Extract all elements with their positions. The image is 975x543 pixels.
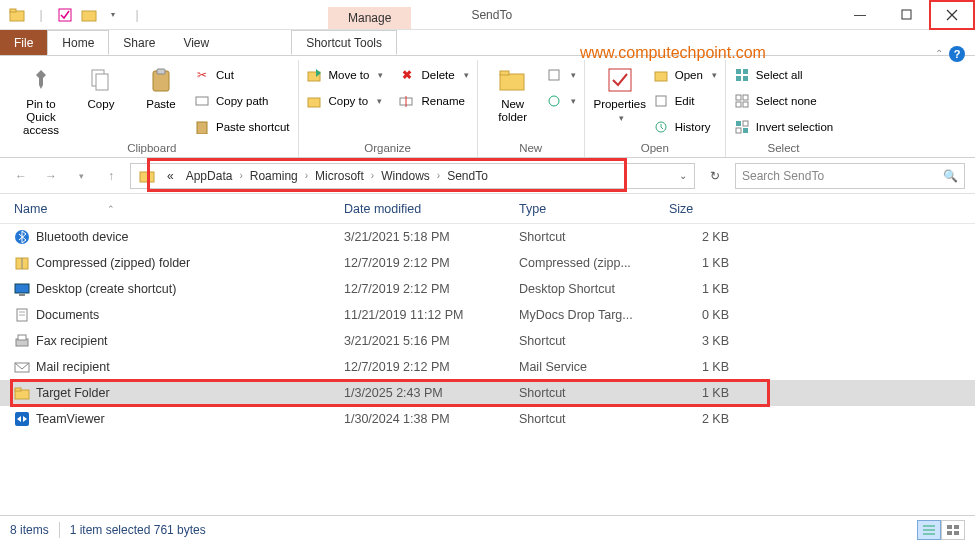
svg-rect-30 <box>743 102 748 107</box>
copy-icon <box>85 64 117 96</box>
paste-shortcut-button[interactable]: Paste shortcut <box>194 116 290 138</box>
tab-shortcut-tools[interactable]: Shortcut Tools <box>291 30 397 55</box>
cut-button[interactable]: ✂Cut <box>194 64 290 86</box>
quick-access-toolbar: | ▾ | <box>0 4 148 26</box>
file-date: 3/21/2021 5:18 PM <box>344 230 519 244</box>
status-item-count: 8 items <box>10 523 49 537</box>
file-size: 1 KB <box>669 360 769 374</box>
file-size: 2 KB <box>669 230 769 244</box>
open-icon <box>653 67 669 83</box>
file-row[interactable]: TeamViewer1/30/2024 1:38 PMShortcut2 KB <box>0 406 975 432</box>
file-type: Shortcut <box>519 230 669 244</box>
svg-rect-53 <box>947 525 952 529</box>
svg-rect-2 <box>59 9 71 21</box>
breadcrumb-roaming[interactable]: Roaming <box>244 164 304 188</box>
svg-rect-54 <box>954 525 959 529</box>
copy-path-button[interactable]: Copy path <box>194 90 290 112</box>
open-button[interactable]: Open▾ <box>653 64 717 86</box>
file-name: Fax recipient <box>36 334 108 348</box>
delete-button[interactable]: ✖Delete▾ <box>399 64 468 86</box>
column-type[interactable]: Type <box>519 202 669 216</box>
status-selection: 1 item selected 761 bytes <box>70 523 206 537</box>
invert-selection-button[interactable]: Invert selection <box>734 116 833 138</box>
svg-rect-20 <box>655 72 667 81</box>
pin-to-quick-access-button[interactable]: Pin to Quick access <box>14 60 68 138</box>
pin-icon <box>25 64 57 96</box>
address-dropdown[interactable]: ⌄ <box>674 170 692 181</box>
svg-rect-17 <box>549 70 559 80</box>
select-all-icon <box>734 67 750 83</box>
minimize-button[interactable]: — <box>837 0 883 30</box>
copy-to-button[interactable]: Copy to▾ <box>307 90 384 112</box>
properties-qat-icon[interactable] <box>54 4 76 26</box>
file-row[interactable]: Compressed (zipped) folder12/7/2019 2:12… <box>0 250 975 276</box>
breadcrumb-windows[interactable]: Windows <box>375 164 436 188</box>
forward-button[interactable]: → <box>40 165 62 187</box>
easy-access-button[interactable]: ▾ <box>546 90 576 112</box>
refresh-button[interactable]: ↻ <box>703 164 727 188</box>
tab-share[interactable]: Share <box>109 30 169 55</box>
ribbon-tabs: File Home Share View Shortcut Tools <box>0 30 975 56</box>
breadcrumb-appdata[interactable]: AppData <box>180 164 239 188</box>
paste-button[interactable]: Paste <box>134 60 188 111</box>
address-bar[interactable]: « AppData› Roaming› Microsoft› Windows› … <box>130 163 695 189</box>
file-name: Target Folder <box>36 386 110 400</box>
contextual-tab-group: Manage <box>328 0 411 29</box>
search-input[interactable]: Search SendTo 🔍 <box>735 163 965 189</box>
breadcrumb-sendto[interactable]: SendTo <box>441 164 494 188</box>
file-row[interactable]: Fax recipient3/21/2021 5:16 PMShortcut3 … <box>0 328 975 354</box>
copy-button[interactable]: Copy <box>74 60 128 111</box>
select-none-button[interactable]: Select none <box>734 90 833 112</box>
column-name[interactable]: Name⌃ <box>14 202 344 216</box>
group-label-new: New <box>486 140 576 157</box>
back-button[interactable]: ← <box>10 165 32 187</box>
group-label-open: Open <box>593 140 717 157</box>
file-row[interactable]: Bluetooth device3/21/2021 5:18 PMShortcu… <box>0 224 975 250</box>
maximize-button[interactable] <box>883 0 929 30</box>
ribbon-group-organize: Move to▾ Copy to▾ ✖Delete▾ Rename Organi… <box>299 60 478 157</box>
details-view-button[interactable] <box>917 520 941 540</box>
folder-icon <box>133 164 161 188</box>
svg-rect-24 <box>743 69 748 74</box>
paste-shortcut-icon <box>194 119 210 135</box>
history-button[interactable]: History <box>653 116 717 138</box>
watermark-text: www.computechpoint.com <box>580 44 766 62</box>
svg-rect-19 <box>609 69 631 91</box>
edit-button[interactable]: Edit <box>653 90 717 112</box>
tab-view[interactable]: View <box>169 30 223 55</box>
new-folder-button[interactable]: New folder <box>486 60 540 124</box>
properties-button[interactable]: Properties▾ <box>593 60 647 123</box>
column-date[interactable]: Date modified <box>344 202 519 216</box>
breadcrumb-overflow[interactable]: « <box>161 164 180 188</box>
copy-to-icon <box>307 93 323 109</box>
thumbnails-view-button[interactable] <box>941 520 965 540</box>
file-row[interactable]: Documents11/21/2019 11:12 PMMyDocs Drop … <box>0 302 975 328</box>
select-none-icon <box>734 93 750 109</box>
rename-button[interactable]: Rename <box>399 90 468 112</box>
file-name: Compressed (zipped) folder <box>36 256 190 270</box>
svg-rect-31 <box>736 121 741 126</box>
close-button[interactable] <box>929 0 975 30</box>
file-icon <box>14 255 30 271</box>
file-row[interactable]: Target Folder1/3/2025 2:43 PMShortcut1 K… <box>0 380 975 406</box>
file-row[interactable]: Desktop (create shortcut)12/7/2019 2:12 … <box>0 276 975 302</box>
svg-rect-16 <box>500 71 509 75</box>
folder-qat-icon[interactable] <box>78 4 100 26</box>
breadcrumb-microsoft[interactable]: Microsoft <box>309 164 370 188</box>
svg-rect-12 <box>308 98 320 107</box>
qat-dropdown-icon[interactable]: ▾ <box>102 4 124 26</box>
folder-icon <box>6 4 28 26</box>
new-item-button[interactable]: ▾ <box>546 64 576 86</box>
collapse-ribbon-icon[interactable]: ⌃ <box>935 48 943 59</box>
up-button[interactable]: ↑ <box>100 165 122 187</box>
column-size[interactable]: Size <box>669 202 769 216</box>
file-icon <box>14 229 30 245</box>
recent-locations-button[interactable]: ▾ <box>70 165 92 187</box>
file-row[interactable]: Mail recipient12/7/2019 2:12 PMMail Serv… <box>0 354 975 380</box>
move-to-button[interactable]: Move to▾ <box>307 64 384 86</box>
copy-path-icon <box>194 93 210 109</box>
select-all-button[interactable]: Select all <box>734 64 833 86</box>
tab-file[interactable]: File <box>0 30 47 55</box>
tab-home[interactable]: Home <box>47 30 109 55</box>
help-icon[interactable]: ? <box>949 46 965 62</box>
